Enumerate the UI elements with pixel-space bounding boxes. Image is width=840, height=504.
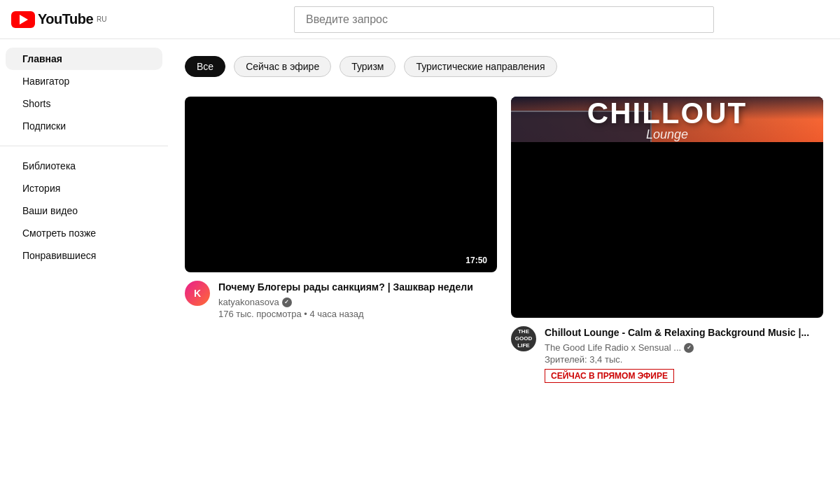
video-meta-1: Почему Блогеры рады санкциям? | Зашквар … <box>218 281 497 320</box>
video-grid: БРЕНДЫ УХОДЯТ,А МЫ РАДУЕМСЯ! ЭТО ПРОСТО … <box>185 97 823 383</box>
thumb-2-text: CHILLOUT Lounge <box>587 97 747 142</box>
youtube-wordmark: YouTube <box>38 11 93 27</box>
sidebar-label-library: Библиотека <box>22 160 76 172</box>
chip-tourism[interactable]: Туризм <box>340 56 396 77</box>
channel-row-2: The Good Life Radio x Sensual ... <box>545 342 823 353</box>
video-info-1: K Почему Блогеры рады санкциям? | Зашква… <box>185 281 497 320</box>
thumbnail-2: CHILLOUT Lounge <box>511 97 823 318</box>
page-layout: Главная Навигатор Shorts Подписки Библио… <box>0 39 840 383</box>
video-meta-2: Chillout Lounge - Calm & Relaxing Backgr… <box>545 326 823 384</box>
video-info-2: THEGOODLIFE Chillout Lounge - Calm & Rel… <box>511 326 823 384</box>
thumbnail-1: БРЕНДЫ УХОДЯТ,А МЫ РАДУЕМСЯ! ЭТО ПРОСТО … <box>185 97 497 272</box>
youtube-logo: YouTubeRU <box>11 11 107 28</box>
sidebar-item-explore[interactable]: Навигатор <box>6 70 162 92</box>
chip-all[interactable]: Все <box>185 56 225 77</box>
avatar-1: K <box>185 281 210 306</box>
verified-icon-2 <box>684 343 694 353</box>
channel-row-1: katyakonasova <box>218 297 497 307</box>
search-bar <box>294 6 714 33</box>
sidebar-item-subscriptions[interactable]: Подписки <box>6 115 162 137</box>
sidebar-label-history: История <box>22 183 60 194</box>
verified-icon-1 <box>282 298 292 307</box>
sidebar-label-subscriptions: Подписки <box>22 120 66 132</box>
video-card-2[interactable]: CHILLOUT Lounge THEGOODLIFE Chillout Lou… <box>511 97 823 383</box>
channel-name-2: The Good Life Radio x Sensual ... <box>545 342 681 353</box>
video-stats-1: 176 тыс. просмотра • 4 часа назад <box>218 309 497 319</box>
duration-badge-1: 17:50 <box>461 254 491 267</box>
live-badge: СЕЙЧАС В ПРЯМОМ ЭФИРЕ <box>545 369 674 383</box>
sidebar-item-library[interactable]: Библиотека <box>6 155 162 177</box>
sidebar-item-home[interactable]: Главная <box>6 48 162 70</box>
sidebar-label-watch-later: Смотреть позже <box>22 227 96 239</box>
country-code: RU <box>97 15 106 23</box>
channel-name-1: katyakonasova <box>218 297 279 307</box>
sidebar-label-home: Главная <box>22 53 62 64</box>
video-title-1: Почему Блогеры рады санкциям? | Зашквар … <box>218 281 497 295</box>
thumbnail-content-2: CHILLOUT Lounge <box>511 97 823 142</box>
header: YouTubeRU <box>0 0 840 39</box>
sidebar: Главная Навигатор Shorts Подписки Библио… <box>0 39 168 383</box>
chips-bar: Все Сейчас в эфире Туризм Туристические … <box>185 56 823 80</box>
chip-destinations[interactable]: Туристические направления <box>404 56 556 77</box>
video-title-2: Chillout Lounge - Calm & Relaxing Backgr… <box>545 326 823 340</box>
sidebar-divider-1 <box>0 146 168 146</box>
sidebar-item-your-videos[interactable]: Ваши видео <box>6 200 162 222</box>
sidebar-item-watch-later[interactable]: Смотреть позже <box>6 222 162 244</box>
sidebar-label-explore: Навигатор <box>22 76 69 87</box>
sidebar-label-liked: Понравившиеся <box>22 250 96 261</box>
video-card-1[interactable]: БРЕНДЫ УХОДЯТ,А МЫ РАДУЕМСЯ! ЭТО ПРОСТО … <box>185 97 497 383</box>
chillout-subtitle: Lounge <box>587 127 747 142</box>
main-content: Все Сейчас в эфире Туризм Туристические … <box>168 39 840 383</box>
sidebar-item-shorts[interactable]: Shorts <box>6 92 162 115</box>
youtube-icon <box>11 11 35 28</box>
sidebar-item-liked[interactable]: Понравившиеся <box>6 244 162 267</box>
search-input[interactable] <box>294 6 714 33</box>
chip-live[interactable]: Сейчас в эфире <box>234 56 331 77</box>
chillout-title: CHILLOUT <box>587 97 747 130</box>
sidebar-label-your-videos: Ваши видео <box>22 205 78 216</box>
avatar-2: THEGOODLIFE <box>511 326 536 351</box>
video-stats-2: Зрителей: 3,4 тыс. <box>545 354 823 365</box>
sidebar-label-shorts: Shorts <box>22 98 50 109</box>
sidebar-item-history[interactable]: История <box>6 177 162 200</box>
logo-area[interactable]: YouTubeRU <box>11 11 179 28</box>
